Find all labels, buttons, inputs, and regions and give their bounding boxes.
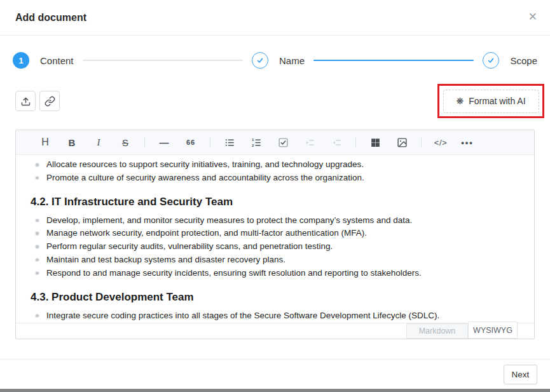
mode-tab-wysiwyg[interactable]: WYSIWYG bbox=[468, 321, 518, 339]
header-divider bbox=[0, 35, 550, 36]
doc-bullet-item: Promote a culture of security awareness … bbox=[31, 172, 524, 185]
doc-bullet-item: Manage network security, endpoint protec… bbox=[31, 227, 524, 240]
heading-icon[interactable]: H bbox=[38, 134, 53, 151]
doc-bullet-item: Integrate secure coding practices into a… bbox=[31, 309, 524, 323]
toolbar-divider bbox=[355, 137, 356, 147]
bullet-list-icon[interactable] bbox=[222, 134, 237, 151]
content-source-actions bbox=[15, 91, 60, 111]
step-scope-label: Scope bbox=[510, 55, 537, 66]
blockquote-icon[interactable]: 66 bbox=[183, 134, 198, 151]
format-with-ai-label: Format with AI bbox=[469, 96, 525, 106]
table-icon[interactable] bbox=[368, 134, 383, 151]
stepper: 1 Content Name Scope bbox=[13, 52, 537, 69]
doc-heading: 4.2. IT Infrastructure and Security Team bbox=[31, 194, 524, 210]
rich-text-editor: HBIS—6612</>••• Allocate resources to su… bbox=[15, 130, 535, 339]
doc-bullet-list: Integrate secure coding practices into a… bbox=[31, 309, 524, 323]
code-icon[interactable]: </> bbox=[433, 134, 448, 151]
mode-tab-markdown[interactable]: Markdown bbox=[406, 323, 468, 339]
red-annotation-highlight: ❋ Format with AI bbox=[437, 84, 544, 118]
toolbar-divider bbox=[144, 137, 145, 147]
editor-toolbar: HBIS—6612</>••• bbox=[16, 130, 534, 155]
svg-text:2: 2 bbox=[252, 143, 254, 147]
bold-icon[interactable]: B bbox=[64, 134, 79, 151]
editor-mode-tabs: MarkdownWYSIWYG bbox=[406, 323, 518, 339]
step-content[interactable]: 1 Content bbox=[13, 52, 74, 69]
step-connector-1 bbox=[83, 60, 243, 61]
step-name[interactable]: Name bbox=[252, 52, 305, 69]
doc-bullet-item: Respond to and manage security incidents… bbox=[31, 267, 524, 280]
add-link-button[interactable] bbox=[39, 91, 60, 111]
step-connector-2 bbox=[313, 60, 474, 61]
indent-icon bbox=[302, 134, 317, 151]
editor-mode-bar: MarkdownWYSIWYG bbox=[16, 323, 534, 339]
link-icon bbox=[45, 96, 55, 107]
upload-icon bbox=[20, 96, 31, 107]
footer-divider bbox=[0, 359, 550, 360]
ai-rosette-icon: ❋ bbox=[456, 97, 464, 105]
doc-bullet-item: Maintain and test backup systems and dis… bbox=[31, 253, 524, 267]
svg-text:1: 1 bbox=[252, 138, 254, 142]
step-content-indicator: 1 bbox=[13, 52, 29, 69]
check-circle-icon bbox=[252, 52, 268, 69]
horizontal-rule-icon[interactable]: — bbox=[156, 134, 172, 151]
doc-bullet-list: Allocate resources to support security i… bbox=[31, 158, 524, 185]
page-bottom-edge bbox=[0, 389, 550, 392]
doc-bullet-item: Perform regular security audits, vulnera… bbox=[31, 240, 524, 253]
image-icon[interactable] bbox=[394, 134, 409, 151]
close-icon[interactable]: ✕ bbox=[527, 11, 539, 24]
format-with-ai-button[interactable]: ❋ Format with AI bbox=[443, 90, 539, 113]
editor-content[interactable]: Allocate resources to support security i… bbox=[16, 155, 534, 323]
ordered-list-icon[interactable]: 12 bbox=[249, 134, 264, 151]
task-list-icon[interactable] bbox=[275, 134, 291, 151]
doc-bullet-item: Allocate resources to support security i… bbox=[31, 158, 524, 172]
dialog-header: Add document ✕ bbox=[0, 0, 550, 35]
next-button[interactable]: Next bbox=[504, 365, 537, 384]
step-content-label: Content bbox=[40, 55, 74, 66]
toolbar-divider bbox=[421, 137, 422, 147]
toolbar-divider bbox=[210, 137, 210, 147]
more-icon[interactable]: ••• bbox=[460, 134, 475, 151]
doc-heading: 4.3. Product Development Team bbox=[31, 289, 524, 306]
step-name-label: Name bbox=[279, 55, 305, 66]
dialog-title: Add document bbox=[15, 12, 86, 24]
doc-bullet-list: Develop, implement, and monitor security… bbox=[31, 214, 524, 280]
check-circle-icon bbox=[483, 52, 499, 69]
outdent-icon bbox=[329, 134, 344, 151]
step-scope[interactable]: Scope bbox=[483, 52, 537, 69]
italic-icon[interactable]: I bbox=[91, 134, 106, 151]
strikethrough-icon[interactable]: S bbox=[118, 134, 133, 151]
doc-bullet-item: Develop, implement, and monitor security… bbox=[31, 214, 524, 227]
upload-file-button[interactable] bbox=[15, 91, 36, 111]
